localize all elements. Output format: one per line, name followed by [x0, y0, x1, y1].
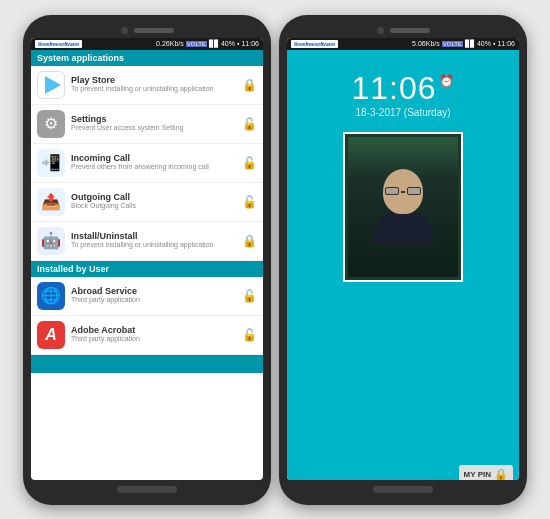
left-battery: 40% [221, 40, 235, 47]
left-home-button[interactable] [117, 486, 177, 493]
right-status-left: ilovefreesoftware [291, 40, 338, 48]
playstore-name: Play Store [71, 75, 236, 85]
outgoing-name: Outgoing Call [71, 192, 236, 202]
playstore-desc: To prevent installing or uninstalling ap… [71, 85, 236, 93]
brand-free-r: free [305, 41, 314, 47]
install-text: Install/Uninstall To prevent installing … [71, 231, 236, 249]
outgoing-call-icon: 📤 [37, 188, 65, 216]
user-section-header: Installed by User [31, 261, 263, 277]
right-volte: VOLTE [442, 41, 463, 47]
outgoing-lock[interactable]: 🔓 [242, 195, 257, 209]
outgoing-text: Outgoing Call Block Outgoing Calls [71, 192, 236, 210]
glass-bridge [401, 191, 405, 193]
alarm-icon: ⏰ [439, 74, 455, 88]
camera-preview [343, 132, 463, 282]
glass-right [407, 187, 421, 195]
settings-name: Settings [71, 114, 236, 124]
acrobat-lock[interactable]: 🔓 [242, 328, 257, 342]
abroad-name: Abroad Service [71, 286, 236, 296]
user-app-list: 🌐 Abroad Service Third party application… [31, 277, 263, 355]
app-item-install[interactable]: 🤖 Install/Uninstall To prevent installin… [31, 222, 263, 261]
left-phone: ilovefreesoftware 0.26Kb/s VOLTE ▊▊ 40%▪… [23, 15, 271, 505]
install-lock[interactable]: 🔒 [242, 234, 257, 248]
lock-screen: 11:06 ⏰ 18-3-2017 (Saturday) [287, 50, 519, 480]
abroad-text: Abroad Service Third party application [71, 286, 236, 304]
bottom-bar-left [31, 355, 263, 373]
play-triangle [45, 76, 61, 94]
outgoing-desc: Block Outgoing Calls [71, 202, 236, 210]
app-item-incoming[interactable]: 📲 Incoming Call Prevent others from answ… [31, 144, 263, 183]
acrobat-name: Adobe Acrobat [71, 325, 236, 335]
abroad-desc: Third party application [71, 296, 236, 304]
glass-left [385, 187, 399, 195]
install-name: Install/Uninstall [71, 231, 236, 241]
lock-time-display: 11:06 ⏰ [351, 70, 454, 107]
face-glasses [385, 187, 421, 195]
system-app-list: Play Store To prevent installing or unin… [31, 66, 263, 261]
left-volte-badge: VOLTE [186, 41, 207, 47]
app-item-outgoing[interactable]: 📤 Outgoing Call Block Outgoing Calls 🔓 [31, 183, 263, 222]
brand-software-r: software [314, 41, 335, 47]
left-camera [121, 27, 128, 34]
right-speed: 5.06Kb/s [412, 40, 440, 47]
brand-left: ilovefreesoftware [35, 40, 82, 48]
face-display [348, 137, 458, 277]
left-speaker [134, 28, 174, 33]
app-item-playstore[interactable]: Play Store To prevent installing or unin… [31, 66, 263, 105]
left-screen: ilovefreesoftware 0.26Kb/s VOLTE ▊▊ 40%▪… [31, 38, 263, 480]
right-phone-top [285, 27, 521, 34]
right-camera [377, 27, 384, 34]
left-signal: ▊▊ [209, 40, 219, 48]
playstore-lock[interactable]: 🔒 [242, 78, 257, 92]
left-speed: 0.26Kb/s [156, 40, 184, 47]
right-signal: ▊▊ [465, 40, 475, 48]
right-status-right: 5.06Kb/s VOLTE ▊▊ 40%▪ 11:06 [412, 40, 515, 48]
settings-lock[interactable]: 🔓 [242, 117, 257, 131]
left-status-bar: ilovefreesoftware 0.26Kb/s VOLTE ▊▊ 40%▪… [31, 38, 263, 50]
settings-icon: ⚙ [37, 110, 65, 138]
my-pin-button[interactable]: MY PIN 🔒 [459, 465, 513, 480]
app-item-abroad[interactable]: 🌐 Abroad Service Third party application… [31, 277, 263, 316]
brand-software: software [58, 41, 79, 47]
install-icon: 🤖 [37, 227, 65, 255]
left-time: 11:06 [241, 40, 259, 47]
install-desc: To prevent installing or uninstalling ap… [71, 241, 236, 249]
incoming-call-icon: 📲 [37, 149, 65, 177]
right-phone: ilovefreesoftware 5.06Kb/s VOLTE ▊▊ 40%▪… [279, 15, 527, 505]
incoming-lock[interactable]: 🔓 [242, 156, 257, 170]
playstore-text: Play Store To prevent installing or unin… [71, 75, 236, 93]
settings-desc: Prevent User access system Setting [71, 124, 236, 132]
right-speaker [390, 28, 430, 33]
abroad-lock[interactable]: 🔓 [242, 289, 257, 303]
lock-date-display: 18-3-2017 (Saturday) [355, 107, 450, 118]
right-screen: ilovefreesoftware 5.06Kb/s VOLTE ▊▊ 40%▪… [287, 38, 519, 480]
status-right: 0.26Kb/s VOLTE ▊▊ 40%▪ 11:06 [156, 40, 259, 48]
brand-free: free [49, 41, 58, 47]
right-home-button[interactable] [373, 486, 433, 493]
playstore-icon [37, 71, 65, 99]
pin-lock-icon: 🔒 [494, 468, 508, 480]
right-battery: 40% [477, 40, 491, 47]
acrobat-text: Adobe Acrobat Third party application [71, 325, 236, 343]
app-item-acrobat[interactable]: A Adobe Acrobat Third party application … [31, 316, 263, 355]
system-section-header: System applications [31, 50, 263, 66]
face-body [373, 209, 433, 244]
right-time-status: 11:06 [497, 40, 515, 47]
app-item-settings[interactable]: ⚙ Settings Prevent User access system Se… [31, 105, 263, 144]
acrobat-desc: Third party application [71, 335, 236, 343]
gear-icon: ⚙ [44, 114, 58, 133]
incoming-text: Incoming Call Prevent others from answer… [71, 153, 236, 171]
incoming-desc: Prevent others from answering incoming c… [71, 163, 236, 171]
left-phone-top [29, 27, 265, 34]
right-status-bar: ilovefreesoftware 5.06Kb/s VOLTE ▊▊ 40%▪… [287, 38, 519, 50]
face-head [383, 169, 423, 214]
brand-right: ilovefreesoftware [291, 40, 338, 48]
brand-ilove: ilove [38, 41, 49, 47]
settings-text: Settings Prevent User access system Sett… [71, 114, 236, 132]
acrobat-icon: A [37, 321, 65, 349]
abroad-icon: 🌐 [37, 282, 65, 310]
time-text: 11:06 [351, 70, 436, 107]
phones-container: ilovefreesoftware 0.26Kb/s VOLTE ▊▊ 40%▪… [13, 5, 537, 515]
incoming-name: Incoming Call [71, 153, 236, 163]
pin-label: MY PIN [464, 470, 491, 479]
